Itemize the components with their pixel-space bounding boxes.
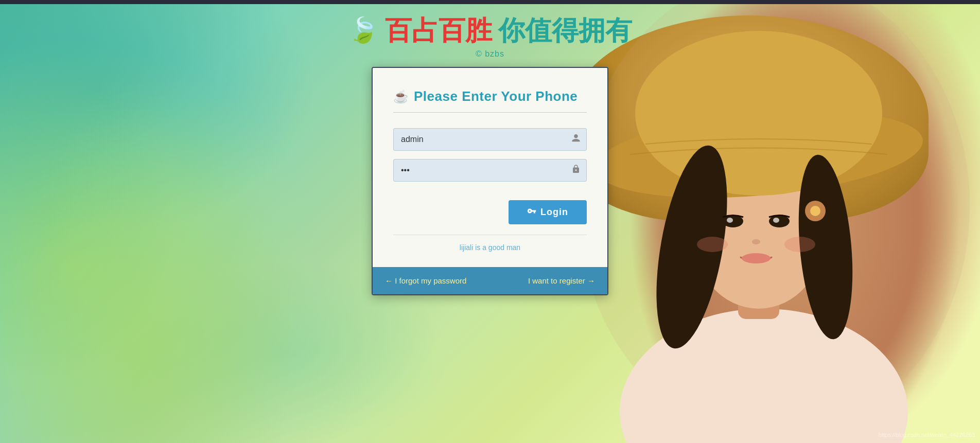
card-body: ☕ Please Enter Your Phone Login — [373, 68, 607, 267]
lock-icon — [571, 165, 581, 176]
bg-blur-left — [0, 0, 360, 443]
forgot-password-link[interactable]: ← I forgot my password — [385, 276, 466, 285]
login-card: ☕ Please Enter Your Phone Login — [372, 67, 608, 295]
title-red: 百占百胜 — [385, 14, 492, 46]
svg-point-5 — [635, 31, 882, 196]
card-heading-text: Please Enter Your Phone — [414, 88, 577, 104]
cup-icon: ☕ — [393, 90, 409, 104]
leaf-icon: 🍃 — [348, 15, 379, 45]
tagline: lijiali is a good man — [393, 235, 587, 252]
svg-point-13 — [773, 218, 779, 223]
svg-point-15 — [742, 253, 771, 263]
login-button[interactable]: Login — [509, 200, 587, 224]
subtitle: © bzbs — [348, 49, 632, 59]
svg-point-9 — [810, 206, 820, 216]
svg-point-16 — [697, 237, 728, 252]
username-input[interactable] — [393, 128, 587, 151]
password-input-group — [393, 159, 587, 182]
svg-point-12 — [727, 218, 733, 223]
card-heading: ☕ Please Enter Your Phone — [393, 88, 587, 113]
header-title: 🍃 百占百胜 你值得拥有 — [348, 14, 632, 46]
username-input-group — [393, 128, 587, 151]
login-button-label: Login — [540, 207, 568, 218]
password-input[interactable] — [393, 159, 587, 182]
user-icon — [571, 134, 581, 146]
svg-point-17 — [784, 237, 815, 252]
header: 🍃 百占百胜 你值得拥有 © bzbs — [348, 4, 632, 59]
login-key-icon — [527, 206, 536, 218]
card-footer: ← I forgot my password I want to registe… — [373, 267, 607, 294]
top-bar — [0, 0, 980, 4]
title-teal: 你值得拥有 — [498, 14, 632, 46]
watermark: https://blog.csdn.net/weixin_44226263 — [879, 432, 975, 438]
svg-point-14 — [752, 239, 760, 244]
register-link[interactable]: I want to register → — [528, 276, 595, 285]
login-button-row: Login — [393, 190, 587, 224]
